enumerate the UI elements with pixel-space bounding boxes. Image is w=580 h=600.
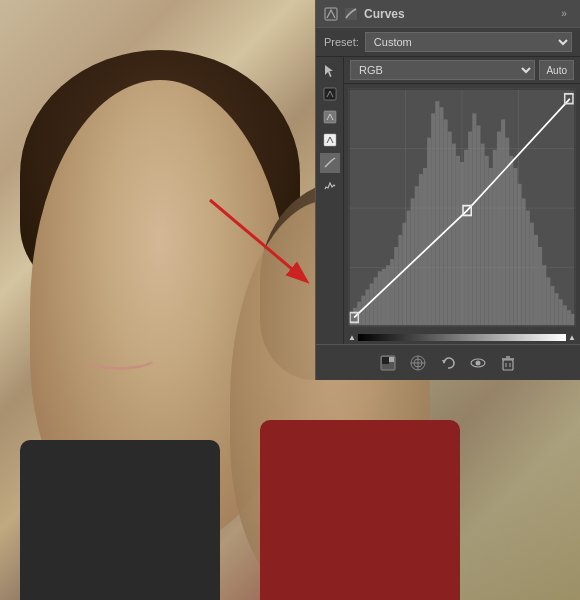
preset-label: Preset: xyxy=(324,36,359,48)
svg-rect-32 xyxy=(419,174,423,326)
pointer-tool-btn[interactable] xyxy=(320,61,340,81)
svg-rect-51 xyxy=(497,132,501,326)
svg-rect-66 xyxy=(559,299,563,326)
svg-rect-44 xyxy=(468,132,472,326)
preset-select[interactable]: Custom Default Strong Contrast Linear Co… xyxy=(365,32,572,52)
svg-rect-22 xyxy=(378,271,382,326)
svg-rect-47 xyxy=(480,144,484,326)
svg-rect-42 xyxy=(460,162,464,326)
panel-controls: » xyxy=(556,6,572,22)
svg-rect-60 xyxy=(534,235,538,326)
properties-panel: Curves » Preset: Custom Default Strong C… xyxy=(315,0,580,380)
svg-rect-45 xyxy=(472,113,476,326)
channel-select[interactable]: RGB Red Green Blue xyxy=(350,60,535,80)
svg-rect-23 xyxy=(382,269,386,326)
tools-panel xyxy=(316,57,344,344)
white-triangle: ▲ xyxy=(568,333,576,342)
delete-btn[interactable] xyxy=(497,352,519,374)
svg-point-80 xyxy=(476,360,481,365)
svg-rect-81 xyxy=(503,360,513,370)
panel-header: Curves » xyxy=(316,0,580,28)
clip-highlights-btn[interactable] xyxy=(407,352,429,374)
svg-rect-48 xyxy=(485,156,489,326)
svg-rect-49 xyxy=(489,168,493,326)
smooth-btn[interactable] xyxy=(320,176,340,196)
svg-rect-26 xyxy=(394,247,398,326)
eyedropper-black-btn[interactable] xyxy=(320,84,340,104)
svg-rect-58 xyxy=(526,211,530,326)
svg-rect-33 xyxy=(423,168,427,326)
svg-rect-57 xyxy=(522,198,526,326)
reset-btn[interactable] xyxy=(437,352,459,374)
main-area: RGB Red Green Blue Auto xyxy=(316,57,580,344)
panel-title: Curves xyxy=(364,7,405,21)
svg-rect-25 xyxy=(390,259,394,326)
svg-rect-56 xyxy=(517,184,521,326)
svg-rect-43 xyxy=(464,150,468,326)
bottom-toolbar xyxy=(316,344,580,380)
curves-svg xyxy=(349,89,575,326)
svg-rect-28 xyxy=(402,223,406,326)
panel-collapse-btn[interactable]: » xyxy=(556,6,572,22)
svg-rect-34 xyxy=(427,138,431,326)
channel-row: RGB Red Green Blue Auto xyxy=(344,57,580,84)
svg-rect-72 xyxy=(382,357,389,364)
svg-rect-64 xyxy=(550,286,554,326)
svg-rect-59 xyxy=(530,223,534,326)
svg-rect-55 xyxy=(513,168,517,326)
gradient-strip xyxy=(358,334,566,341)
svg-rect-52 xyxy=(501,119,505,326)
svg-marker-4 xyxy=(325,65,333,77)
svg-rect-6 xyxy=(324,111,336,123)
svg-rect-46 xyxy=(476,125,480,326)
svg-rect-38 xyxy=(444,119,448,326)
svg-rect-37 xyxy=(439,107,443,326)
visibility-btn[interactable] xyxy=(467,352,489,374)
svg-rect-67 xyxy=(563,305,567,326)
svg-rect-7 xyxy=(324,134,336,146)
auto-button[interactable]: Auto xyxy=(539,60,574,80)
curve-edit-btn[interactable] xyxy=(320,153,340,173)
svg-rect-36 xyxy=(435,101,439,326)
svg-rect-5 xyxy=(324,88,336,100)
curve-canvas[interactable] xyxy=(348,88,576,327)
svg-rect-35 xyxy=(431,113,435,326)
svg-rect-19 xyxy=(365,290,369,326)
curve-area: RGB Red Green Blue Auto xyxy=(344,57,580,344)
svg-rect-20 xyxy=(370,283,374,326)
adjustment-layer-icon xyxy=(324,7,338,21)
clip-shadows-btn[interactable] xyxy=(377,352,399,374)
svg-rect-41 xyxy=(456,156,460,326)
svg-rect-63 xyxy=(546,277,550,326)
gradient-strip-row: ▲ ▲ xyxy=(348,333,576,342)
black-triangle: ▲ xyxy=(348,333,356,342)
svg-rect-27 xyxy=(398,235,402,326)
svg-rect-65 xyxy=(554,293,558,326)
curves-icon xyxy=(344,7,358,21)
svg-rect-68 xyxy=(567,310,571,326)
svg-rect-21 xyxy=(374,277,378,326)
svg-rect-73 xyxy=(389,357,394,362)
preset-row: Preset: Custom Default Strong Contrast L… xyxy=(316,28,580,57)
svg-rect-50 xyxy=(493,150,497,326)
eyedropper-white-btn[interactable] xyxy=(320,130,340,150)
svg-marker-78 xyxy=(442,360,446,364)
svg-rect-69 xyxy=(571,314,575,326)
svg-rect-62 xyxy=(542,265,546,326)
svg-rect-54 xyxy=(509,156,513,326)
svg-rect-40 xyxy=(452,144,456,326)
svg-rect-24 xyxy=(386,265,390,326)
svg-rect-61 xyxy=(538,247,542,326)
eyedropper-gray-btn[interactable] xyxy=(320,107,340,127)
